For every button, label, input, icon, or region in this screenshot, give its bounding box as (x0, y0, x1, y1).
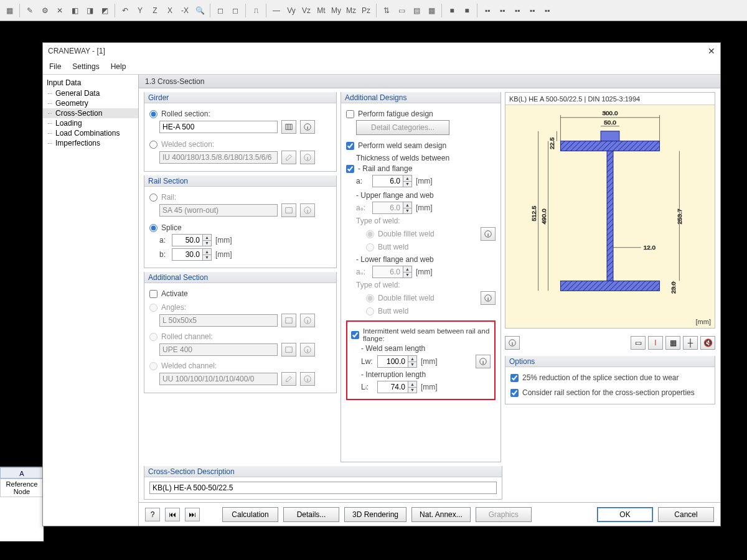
button-nat-annex[interactable]: Nat. Annex... (411, 507, 471, 522)
radio-rail[interactable] (149, 194, 157, 202)
menu-help[interactable]: Help (111, 62, 126, 71)
button-3d-rendering[interactable]: 3D Rendering (344, 507, 406, 522)
next-icon[interactable]: ⏭ (185, 508, 200, 521)
radio-rolled-section[interactable] (149, 110, 157, 118)
tb-icon[interactable]: ■ (460, 4, 474, 17)
info-icon[interactable]: i (300, 120, 315, 134)
sound-icon[interactable]: 🔇 (700, 336, 715, 350)
tb-icon[interactable]: ⚙ (38, 4, 52, 17)
checkbox-intermittent[interactable] (351, 331, 359, 339)
label-upper-flange: - Upper flange and web (356, 191, 434, 200)
tb-icon[interactable]: Mz (344, 4, 358, 17)
info-icon[interactable]: i (481, 291, 496, 305)
sidebar-item-loading[interactable]: Loading (43, 118, 138, 128)
tb-icon[interactable]: ◧ (68, 4, 82, 17)
button-cancel[interactable]: Cancel (658, 507, 714, 522)
label-rolled-channel: Rolled channel: (161, 332, 213, 341)
library-icon[interactable] (281, 120, 296, 134)
tb-icon[interactable]: Y (133, 4, 147, 17)
cross-section-dialog: CRANEWAY - [1] ✕ File Settings Help Inpu… (42, 42, 721, 526)
tb-icon[interactable]: X (163, 4, 177, 17)
sidebar-item-load-combinations[interactable]: Load Combinations (43, 128, 138, 138)
spinner-li[interactable]: ▲▼ (377, 381, 417, 393)
spinner-lw[interactable]: ▲▼ (377, 355, 417, 368)
button-calculation[interactable]: Calculation (222, 507, 278, 522)
info-icon[interactable]: i (481, 227, 496, 241)
checkbox-consider-rail[interactable] (510, 389, 519, 397)
tb-icon[interactable]: ▤ (410, 4, 423, 17)
section-preview: KB(L) HE A 500-50/22.5 | DIN 1025-3:1994 (505, 92, 715, 329)
tb-icon[interactable]: ⎍ (249, 4, 263, 17)
label-consider-rail: Consider rail section for the cross-sect… (522, 388, 695, 397)
tb-icon[interactable]: ✎ (23, 4, 37, 17)
label-au: aᵤ: (356, 268, 369, 276)
button-details[interactable]: Details... (283, 507, 339, 522)
sidebar-root[interactable]: Input Data (43, 77, 138, 88)
group-title-additional: Additional Section (144, 272, 336, 283)
tb-icon[interactable]: ⇅ (380, 4, 393, 17)
menu-file[interactable]: File (49, 62, 61, 71)
label-splice-a: a: (159, 236, 168, 245)
prev-icon[interactable]: ⏮ (165, 508, 180, 521)
tb-icon[interactable]: ▭ (395, 4, 408, 17)
nav-sidebar: Input Data General Data Geometry Cross-S… (43, 75, 139, 526)
sidebar-item-cross-section[interactable]: Cross-Section (43, 108, 138, 118)
edit-icon (281, 151, 296, 164)
tb-icon[interactable]: ▦ (425, 4, 438, 17)
info-icon[interactable]: i (505, 336, 520, 350)
button-ok[interactable]: OK (597, 507, 653, 522)
info-icon[interactable]: i (476, 355, 491, 368)
sidebar-item-imperfections[interactable]: Imperfections (43, 138, 138, 148)
tb-icon[interactable]: Vy (284, 4, 298, 17)
input-description[interactable] (149, 482, 497, 494)
tb-icon[interactable]: ▪▪ (525, 4, 539, 17)
group-additional-designs: Additional Designs Perform fatigue desig… (341, 92, 501, 462)
info-icon: i (300, 372, 315, 386)
checkbox-weld-seam[interactable] (346, 142, 354, 150)
radio-welded-section[interactable] (149, 141, 157, 149)
axis-icon[interactable]: ┼ (683, 336, 698, 350)
sidebar-item-geometry[interactable]: Geometry (43, 98, 138, 108)
grid-icon[interactable]: ▦ (665, 336, 680, 350)
tb-icon[interactable]: ▪▪ (496, 4, 509, 17)
label-interruption-length: - Interruption length (361, 370, 426, 379)
help-icon[interactable]: ? (145, 508, 160, 521)
tb-icon[interactable]: ◻ (228, 4, 242, 17)
tb-icon[interactable]: — (270, 4, 283, 17)
radio-splice[interactable] (149, 224, 157, 232)
tb-icon[interactable]: ◻ (214, 4, 227, 17)
spinner-weld-a[interactable]: ▲▼ (372, 175, 412, 187)
tb-icon[interactable]: ✕ (53, 4, 67, 17)
sidebar-item-general-data[interactable]: General Data (43, 88, 138, 98)
view-icon[interactable]: ▭ (631, 336, 646, 350)
unit-mm: [mm] (215, 236, 232, 245)
tb-icon[interactable]: ▪▪ (510, 4, 524, 17)
tb-icon[interactable]: ▪▪ (481, 4, 494, 17)
checkbox-activate[interactable] (149, 290, 157, 298)
tb-icon[interactable]: ▪▪ (540, 4, 554, 17)
dialog-title: CRANEWAY - [1] (48, 47, 105, 55)
close-icon[interactable]: ✕ (708, 46, 715, 56)
preview-unit: [mm] (696, 318, 711, 325)
tb-icon[interactable]: ▦ (2, 4, 16, 17)
tb-icon[interactable]: -X (178, 4, 192, 17)
tb-icon[interactable]: My (329, 4, 343, 17)
section-icon[interactable]: I (648, 336, 663, 350)
tb-icon[interactable]: Pz (359, 4, 373, 17)
checkbox-reduction[interactable] (510, 374, 519, 382)
tb-icon[interactable]: 🔍 (193, 4, 207, 17)
tb-icon[interactable]: Mt (314, 4, 328, 17)
input-rolled-section[interactable] (159, 121, 278, 133)
tb-icon[interactable]: Z (148, 4, 162, 17)
tb-icon[interactable]: ◨ (83, 4, 96, 17)
tb-icon[interactable]: ↶ (118, 4, 132, 17)
checkbox-fatigue[interactable] (346, 110, 354, 118)
tb-icon[interactable]: ◩ (98, 4, 111, 17)
tb-icon[interactable]: ■ (445, 4, 459, 17)
spinner-splice-a[interactable]: ▲▼ (172, 234, 212, 246)
checkbox-rail-flange-thickness[interactable] (346, 165, 354, 173)
dim-total: 512.5 (530, 205, 537, 221)
spinner-splice-b[interactable]: ▲▼ (172, 248, 212, 261)
tb-icon[interactable]: Vz (299, 4, 313, 17)
menu-settings[interactable]: Settings (72, 62, 99, 71)
